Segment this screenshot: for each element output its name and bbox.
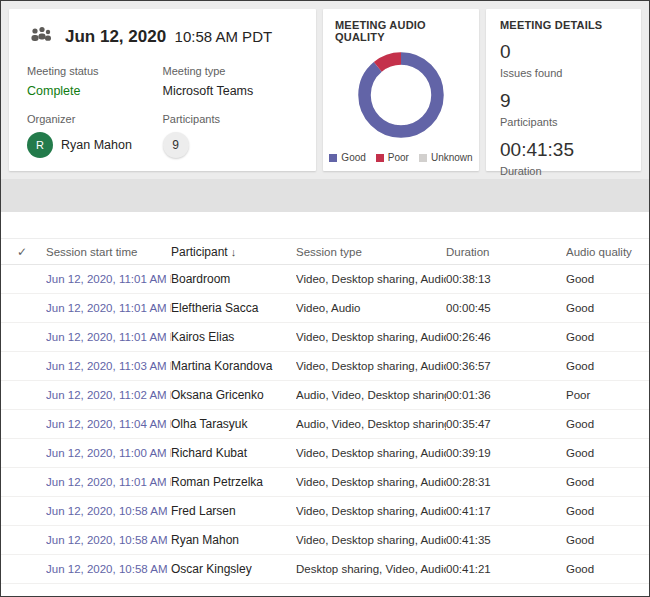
- audio-quality-value: Good: [566, 447, 649, 459]
- meeting-title: Jun 12, 2020 10:58 AM PDT: [65, 27, 272, 47]
- participant-name: Oscar Kingsley: [171, 562, 296, 576]
- meeting-details-card: MEETING DETAILS 0 Issues found 9 Partici…: [486, 9, 641, 171]
- meeting-status-value: Complete: [27, 84, 163, 98]
- session-duration: 00:00:45: [446, 302, 566, 314]
- table-row: Jun 12, 2020, 11:03 AM PDT Martina Koran…: [1, 352, 649, 381]
- column-duration[interactable]: Duration: [446, 246, 566, 258]
- session-duration: 00:41:17: [446, 505, 566, 517]
- participant-name: Roman Petrzelka: [171, 475, 296, 489]
- legend-item: Poor: [376, 152, 409, 163]
- session-type: Video, Desktop sharing, Audio: [296, 505, 446, 517]
- session-start-link[interactable]: Jun 12, 2020, 11:03 AM PDT: [46, 360, 171, 372]
- table-row: Jun 12, 2020, 11:04 AM PDT Olha Tarasyuk…: [1, 410, 649, 439]
- session-type: Audio, Video, Desktop sharing: [296, 389, 446, 401]
- sort-descending-icon: ↓: [231, 246, 237, 258]
- session-type: Video, Desktop sharing, Audio: [296, 360, 446, 372]
- legend-swatch: [376, 154, 384, 162]
- participant-name: Ryan Mahon: [171, 533, 296, 547]
- session-start-link[interactable]: Jun 12, 2020, 10:58 AM PDT: [46, 534, 171, 546]
- session-duration: 00:35:47: [446, 418, 566, 430]
- meeting-type-label: Meeting type: [163, 65, 299, 77]
- audio-quality-value: Good: [566, 360, 649, 372]
- detail-stat: 0 Issues found: [500, 41, 627, 79]
- detail-stat: 9 Participants: [500, 90, 627, 128]
- audio-quality-value: Good: [566, 505, 649, 517]
- section-divider-band: [1, 179, 649, 212]
- session-start-link[interactable]: Jun 12, 2020, 11:04 AM PDT: [46, 418, 171, 430]
- meeting-details-title: MEETING DETAILS: [500, 19, 627, 31]
- column-participant[interactable]: Participant↓: [171, 245, 296, 259]
- meeting-date: Jun 12, 2020: [65, 27, 166, 46]
- participant-name: Richard Kubat: [171, 446, 296, 460]
- session-start-link[interactable]: Jun 12, 2020, 11:02 AM PDT: [46, 389, 171, 401]
- session-start-link[interactable]: Jun 12, 2020, 11:01 AM PDT: [46, 476, 171, 488]
- stat-value: 9: [500, 90, 627, 112]
- session-type: Desktop sharing, Video, Audio: [296, 563, 446, 575]
- legend-swatch: [419, 154, 427, 162]
- organizer-label: Organizer: [27, 113, 163, 125]
- session-duration: 00:26:46: [446, 331, 566, 343]
- table-row: Jun 12, 2020, 11:01 AM PDT Kairos Elias …: [1, 323, 649, 352]
- meeting-status-field: Meeting status Complete: [27, 65, 163, 98]
- column-session-start-time[interactable]: Session start time: [46, 246, 171, 258]
- table-header-row: ✓ Session start time Participant↓ Sessio…: [1, 238, 649, 265]
- session-duration: 00:28:31: [446, 476, 566, 488]
- session-duration: 00:36:57: [446, 360, 566, 372]
- audio-quality-donut-chart: [353, 47, 449, 143]
- session-duration: 00:41:35: [446, 534, 566, 546]
- audio-quality-value: Good: [566, 563, 649, 575]
- session-type: Video, Audio: [296, 302, 446, 314]
- organizer-avatar: R: [27, 132, 53, 158]
- meeting-time: 10:58 AM PDT: [175, 28, 273, 45]
- legend-item: Unknown: [419, 152, 473, 163]
- meeting-details-page: Jun 12, 2020 10:58 AM PDT Meeting status…: [0, 0, 650, 597]
- session-type: Video, Desktop sharing, Audio: [296, 447, 446, 459]
- table-row: Jun 12, 2020, 10:58 AM PDT Oscar Kingsle…: [1, 555, 649, 584]
- session-duration: 00:39:19: [446, 447, 566, 459]
- audio-quality-value: Good: [566, 331, 649, 343]
- meeting-group-icon: [27, 25, 55, 49]
- participants-label: Participants: [163, 113, 299, 125]
- table-row: Jun 12, 2020, 11:01 AM PDT Boardroom Vid…: [1, 265, 649, 294]
- participant-name: Fred Larsen: [171, 504, 296, 518]
- meeting-summary-card: Jun 12, 2020 10:58 AM PDT Meeting status…: [9, 9, 316, 171]
- participant-name: Eleftheria Sacca: [171, 301, 296, 315]
- legend-swatch: [329, 154, 337, 162]
- legend-label: Good: [341, 152, 365, 163]
- session-duration: 00:38:13: [446, 273, 566, 285]
- meeting-status-label: Meeting status: [27, 65, 163, 77]
- summary-section: Jun 12, 2020 10:58 AM PDT Meeting status…: [1, 1, 649, 179]
- participant-name: Oksana Gricenko: [171, 388, 296, 402]
- session-type: Video, Desktop sharing, Audio: [296, 476, 446, 488]
- session-start-link[interactable]: Jun 12, 2020, 11:01 AM PDT: [46, 273, 171, 285]
- stat-value: 00:41:35: [500, 139, 627, 161]
- audio-quality-value: Good: [566, 534, 649, 546]
- sessions-table: ✓ Session start time Participant↓ Sessio…: [1, 212, 649, 596]
- column-audio-quality[interactable]: Audio quality: [566, 246, 649, 258]
- session-start-link[interactable]: Jun 12, 2020, 11:01 AM PDT: [46, 331, 171, 343]
- organizer-field: Organizer R Ryan Mahon: [27, 113, 163, 158]
- session-start-link[interactable]: Jun 12, 2020, 11:00 AM PDT: [46, 447, 171, 459]
- legend-label: Unknown: [431, 152, 473, 163]
- session-start-link[interactable]: Jun 12, 2020, 10:58 AM PDT: [46, 505, 171, 517]
- audio-quality-value: Good: [566, 273, 649, 285]
- stat-value: 0: [500, 41, 627, 63]
- audio-quality-title: MEETING AUDIO QUALITY: [335, 19, 467, 43]
- participant-name: Olha Tarasyuk: [171, 417, 296, 431]
- audio-quality-value: Poor: [566, 389, 649, 401]
- legend-item: Good: [329, 152, 365, 163]
- select-all-checkmark-icon[interactable]: ✓: [17, 245, 46, 259]
- participant-name: Kairos Elias: [171, 330, 296, 344]
- participants-field: Participants 9: [163, 113, 299, 158]
- table-row: Jun 12, 2020, 10:58 AM PDT Fred Larsen V…: [1, 497, 649, 526]
- session-start-link[interactable]: Jun 12, 2020, 10:58 AM PDT: [46, 563, 171, 575]
- participant-name: Martina Korandova: [171, 359, 296, 373]
- audio-quality-value: Good: [566, 418, 649, 430]
- session-start-link[interactable]: Jun 12, 2020, 11:01 AM PDT: [46, 302, 171, 314]
- donut-segment-good: [365, 59, 438, 132]
- stat-label: Participants: [500, 116, 627, 128]
- session-type: Video, Desktop sharing, Audio: [296, 331, 446, 343]
- column-session-type[interactable]: Session type: [296, 246, 446, 258]
- meeting-type-field: Meeting type Microsoft Teams: [163, 65, 299, 98]
- session-type: Audio, Video, Desktop sharing: [296, 418, 446, 430]
